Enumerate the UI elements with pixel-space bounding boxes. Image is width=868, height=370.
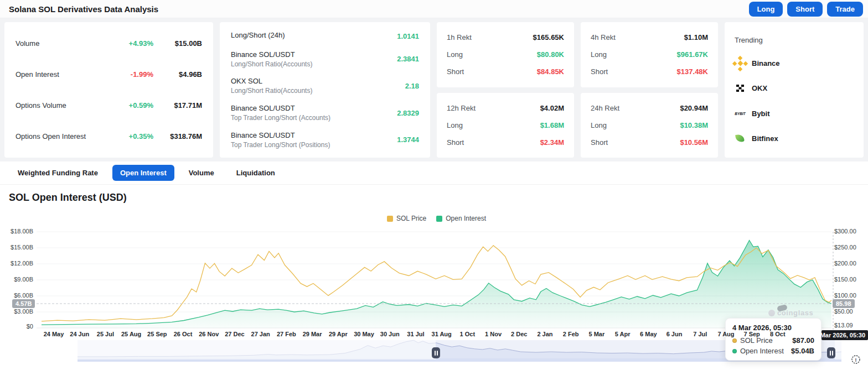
- rekt-total-value: $4.02M: [540, 104, 564, 112]
- tooltip-series-label: Open Interest: [740, 347, 784, 355]
- y-right-tick: $50.00: [834, 308, 853, 315]
- exchange-logo-icon: [735, 83, 746, 94]
- x-axis-tick: 31 Jul: [407, 331, 424, 337]
- y-left-tick: $18.00B: [1, 228, 33, 234]
- ratio-value: 2.18: [405, 82, 419, 90]
- x-axis-tick: 24 May: [44, 331, 64, 337]
- rekt-card: 12h Rekt $4.02M Long $1.68M Short $2.34M: [437, 93, 574, 158]
- stat-row: Options Volume +0.59% $17.71M: [16, 101, 202, 110]
- x-axis-tick: 30 May: [354, 331, 374, 337]
- y-right-tick: $100.00: [834, 292, 856, 299]
- rekt-short-value: $10.56M: [680, 138, 708, 147]
- trending-title: Trending: [735, 36, 854, 44]
- trending-exchange-item[interactable]: Bitfinex: [735, 133, 854, 144]
- rekt-short-value: $2.34M: [540, 138, 564, 147]
- exchange-name: Bitfinex: [752, 134, 778, 143]
- chart-tab[interactable]: Weighted Funding Rate: [10, 165, 106, 181]
- exchange-logo-icon: [735, 133, 746, 144]
- legend-swatch-icon: [436, 216, 442, 222]
- x-axis-tick: 24 Jun: [70, 331, 89, 337]
- navigator-left-handle-icon[interactable]: [432, 347, 440, 358]
- rekt-short-label: Short: [447, 138, 540, 147]
- x-axis-tick: 26 Nov: [199, 331, 219, 337]
- trade-action-button[interactable]: Short: [787, 2, 823, 17]
- ratio-value: 2.3841: [397, 55, 419, 63]
- ratio-row: Binance SOL/USDT Top Trader Long/Short (…: [231, 104, 419, 122]
- x-axis-tick: 27 Dec: [225, 331, 244, 337]
- stat-change: +4.93%: [112, 39, 153, 48]
- long-short-ratios-card: Long/Short (24h) 1.0141 Binance SOL/USDT…: [220, 22, 430, 158]
- stat-change: +0.35%: [112, 132, 153, 140]
- ratio-subtitle: Top Trader Long/Short (Accounts): [231, 114, 397, 122]
- trending-exchange-item[interactable]: Binance: [735, 58, 854, 69]
- rekt-card: 1h Rekt $165.65K Long $80.80K Short $84.…: [437, 22, 574, 87]
- trending-card: Trending Binance OKX BYBIT Bybit Bitfine…: [725, 22, 864, 158]
- stat-value: $15.00B: [153, 39, 202, 48]
- tooltip-series-dot-icon: [732, 349, 737, 353]
- watermark-logo-icon: [768, 310, 775, 316]
- x-axis-tick: 7 Sep: [743, 331, 760, 337]
- y-left-tick: $3.00B: [1, 308, 33, 315]
- trending-exchange-item[interactable]: OKX: [735, 83, 854, 94]
- exchange-logo-icon: [735, 58, 746, 69]
- x-axis-tick: 25 Aug: [121, 331, 141, 337]
- rekt-long-value: $961.67K: [677, 50, 708, 59]
- chart-title: SOL Open Interest (USD): [9, 192, 868, 204]
- rekt-card: 4h Rekt $1.10M Long $961.67K Short $137.…: [581, 22, 718, 87]
- trade-action-button[interactable]: Trade: [827, 2, 863, 17]
- stat-label: Open Interest: [16, 70, 112, 79]
- ratio-row: OKX SOL Long/Short Ratio(Accounts) 2.18: [231, 77, 419, 95]
- ratio-subtitle: Long/Short Ratio(Accounts): [231, 60, 397, 68]
- stat-label: Options Open Interest: [16, 132, 112, 140]
- x-axis-tick: 25 Sep: [147, 331, 167, 337]
- legend-item[interactable]: SOL Price: [387, 215, 426, 222]
- rekt-total-value: $1.10M: [684, 33, 708, 41]
- chart-tab[interactable]: Liquidation: [229, 165, 283, 181]
- y-left-tick: $6.00B: [1, 292, 33, 299]
- x-axis-tick: 6 May: [640, 331, 657, 337]
- open-interest-chart[interactable]: SOL Price Open Interest $18.00B$15.00B$1…: [0, 209, 868, 370]
- navigator-right-handle-icon[interactable]: [827, 347, 835, 358]
- top-bar: Solana SOL Derivatives Data Analysis Lon…: [0, 0, 868, 18]
- ratio-title: Binance SOL/USDT: [231, 104, 397, 112]
- x-axis-tick: 8 Oct: [770, 331, 786, 337]
- tooltip-series-dot-icon: [732, 338, 737, 343]
- chart-tabs: Weighted Funding Rate Open Interest Volu…: [0, 161, 868, 185]
- ratio-title: Binance SOL/USDT: [231, 50, 397, 59]
- stat-value: $4.96B: [153, 70, 202, 79]
- x-axis-tick: 7 Aug: [717, 331, 734, 337]
- crosshair-date-badge: 4 Mar 2026, 05:30: [822, 330, 868, 340]
- y-left-tick: $9.00B: [1, 276, 33, 283]
- rekt-short-label: Short: [591, 67, 677, 76]
- x-axis-tick: 1 Nov: [485, 331, 502, 337]
- rekt-long-label: Long: [591, 121, 680, 129]
- x-axis-tick: 27 Feb: [277, 331, 296, 337]
- stat-value: $318.76M: [153, 132, 202, 140]
- rekt-short-value: $137.48K: [677, 67, 708, 76]
- chart-tab[interactable]: Volume: [181, 165, 222, 181]
- y-left-tick: $12.00B: [1, 260, 33, 267]
- exchange-name: Bybit: [752, 110, 770, 118]
- coinglass-watermark: coinglass: [768, 309, 813, 317]
- ratio-value: 1.3744: [397, 136, 419, 144]
- x-axis-tick: 30 Jun: [380, 331, 400, 337]
- chart-tooltip: 4 Mar 2026, 05:30 SOL Price $87.00 Open …: [725, 318, 822, 361]
- x-axis-tick: 2 Feb: [563, 331, 579, 337]
- legend-item[interactable]: Open Interest: [436, 215, 486, 222]
- ratio-row: Long/Short (24h) 1.0141: [231, 31, 419, 41]
- ratio-value: 2.8329: [397, 109, 419, 117]
- rekt-short-label: Short: [591, 138, 680, 147]
- x-axis-tick: 31 Aug: [432, 331, 452, 337]
- ratio-title: OKX SOL: [231, 77, 405, 85]
- settings-gear-icon[interactable]: !: [850, 354, 861, 365]
- x-axis-tick: 2 Dec: [511, 331, 527, 337]
- y-right-tick: $13.09: [834, 322, 853, 329]
- stat-value: $17.71M: [153, 101, 202, 110]
- trade-action-button[interactable]: Long: [749, 2, 783, 17]
- price-current-value-badge: 85.98: [833, 299, 855, 308]
- chart-tab[interactable]: Open Interest: [112, 165, 174, 181]
- tooltip-series-label: SOL Price: [740, 336, 773, 345]
- x-axis-tick: 2 Jan: [537, 331, 552, 337]
- x-axis-tick: 6 Jun: [666, 331, 683, 337]
- trending-exchange-item[interactable]: BYBIT Bybit: [735, 108, 854, 119]
